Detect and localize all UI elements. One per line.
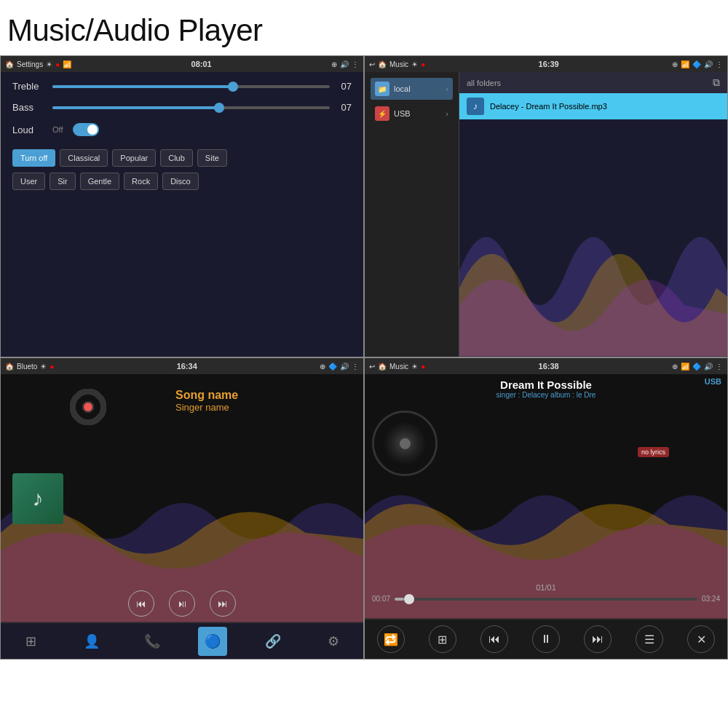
loud-state: Off	[52, 125, 63, 134]
bt-playpause-button[interactable]: ⏯	[169, 590, 195, 617]
nav-person[interactable]: 👤	[77, 627, 106, 656]
bt-album-art: ♪	[12, 473, 63, 524]
np-eq-button[interactable]: ⊞	[429, 625, 456, 653]
loud-toggle[interactable]	[73, 123, 99, 136]
status-app-1: Settings	[17, 60, 43, 68]
home-icon-2: 🏠	[378, 60, 387, 68]
status-app-2: Music	[389, 60, 408, 68]
brightness-icon-4: ☀	[411, 363, 418, 371]
treble-label: Treble	[12, 81, 45, 92]
np-repeat-button[interactable]: 🔁	[377, 625, 405, 653]
preset-turn-off[interactable]: Turn off	[12, 149, 55, 167]
np-next-button[interactable]: ⏭	[584, 625, 612, 653]
vol-icon-3: 🔊	[340, 363, 349, 371]
bass-fill	[52, 106, 219, 109]
np-close-button[interactable]: ✕	[687, 625, 715, 653]
all-folders-bar: all folders ⧉	[459, 72, 727, 93]
progress-thumb[interactable]	[404, 594, 414, 604]
preset-gentle[interactable]: Gentle	[80, 173, 119, 190]
nav-link[interactable]: 🔗	[258, 627, 288, 656]
progress-track[interactable]	[395, 598, 697, 601]
progress-fill	[395, 598, 403, 601]
nav-grid[interactable]: ⊞	[17, 627, 46, 656]
rec-icon-2: ●	[421, 60, 425, 68]
preset-disco[interactable]: Disco	[162, 173, 199, 190]
more-icon-2: ⋮	[716, 60, 723, 68]
file-sidebar: 📁 local › ⚡ USB ›	[365, 72, 459, 357]
bottom-nav: ⊞ 👤 📞 🔵 🔗 ⚙	[1, 622, 363, 659]
screen-bt-player: 🏠 Blueto ☀ ● 16:34 ⊕ 🔷 🔊 ⋮	[0, 357, 364, 660]
np-song-title: Dream It Possible	[372, 379, 720, 391]
status-app-4: Music	[389, 363, 408, 371]
preset-site[interactable]: Site	[197, 149, 227, 167]
wifi-icon: 📶	[63, 60, 71, 68]
nav-phone[interactable]: 📞	[138, 627, 167, 656]
bt-singer-name: Singer name	[175, 402, 238, 413]
bass-value: 07	[337, 102, 352, 113]
np-pause-button[interactable]: ⏸	[532, 625, 560, 653]
preset-row-1: Turn off Classical Popular Club Site	[12, 149, 352, 167]
bass-row: Bass 07	[12, 102, 352, 113]
gps-icon: ⊕	[331, 60, 337, 68]
np-prev-button[interactable]: ⏮	[480, 625, 508, 653]
brightness-icon-2: ☀	[411, 60, 418, 68]
brightness-icon: ☀	[46, 60, 52, 68]
preset-rock[interactable]: Rock	[124, 173, 158, 190]
status-left-1: 🏠 Settings ☀ ● 📶	[5, 60, 71, 68]
wifi-icon-2: 📶	[681, 60, 689, 68]
bass-label: Bass	[12, 102, 45, 113]
usb-icon: ⚡	[375, 106, 389, 121]
np-meta: singer : Delacey album : le Dre	[372, 391, 720, 399]
bt-prev-button[interactable]: ⏮	[128, 590, 154, 617]
np-album-inner	[374, 413, 435, 474]
more-icon: ⋮	[352, 60, 359, 68]
treble-thumb[interactable]	[228, 82, 238, 92]
treble-slider[interactable]	[52, 85, 330, 88]
home-icon: 🏠	[5, 60, 14, 68]
file-main: all folders ⧉ ♪ Delacey - Dream It Possi…	[459, 72, 727, 357]
bass-thumb[interactable]	[214, 103, 224, 113]
all-folders-label: all folders	[467, 79, 501, 87]
preset-sir[interactable]: Sir	[50, 173, 75, 190]
nav-bluetooth[interactable]: 🔵	[198, 627, 227, 656]
status-app-3: Blueto	[17, 363, 37, 371]
treble-fill	[52, 85, 233, 88]
np-controls: 🔁 ⊞ ⏮ ⏸ ⏭ ☰ ✕	[365, 619, 727, 659]
more-icon-3: ⋮	[352, 363, 359, 371]
preset-user[interactable]: User	[12, 173, 45, 190]
song-item-1[interactable]: ♪ Delacey - Dream It Possible.mp3	[459, 93, 727, 119]
singer-name: Delacey	[522, 391, 548, 399]
back-icon-2: ↩	[369, 60, 375, 68]
home-icon-4: 🏠	[378, 363, 387, 371]
copy-icon[interactable]: ⧉	[713, 76, 720, 89]
gps-icon-4: ⊕	[672, 363, 678, 371]
bt-song-info: Song name Singer name	[175, 389, 238, 413]
bt-next-button[interactable]: ⏭	[210, 590, 236, 617]
np-list-button[interactable]: ☰	[636, 625, 663, 653]
status-right-1: ⊕ 🔊 ⋮	[331, 60, 359, 68]
music-note-icon: ♪	[33, 486, 44, 511]
np-counter: 01/01	[372, 583, 720, 592]
eq-content: Treble 07 Bass 07 Loud Off	[1, 72, 363, 205]
treble-value: 07	[337, 81, 352, 92]
file-usb[interactable]: ⚡ USB ›	[371, 103, 453, 124]
status-right-3: ⊕ 🔷 🔊 ⋮	[320, 363, 359, 371]
bt-icon-4: 🔷	[692, 363, 701, 371]
preset-club[interactable]: Club	[160, 149, 193, 167]
bass-slider[interactable]	[52, 106, 330, 109]
nav-settings[interactable]: ⚙	[319, 627, 348, 656]
local-label: local	[394, 84, 411, 93]
status-right-2: ⊕ 📶 🔷 🔊 ⋮	[672, 60, 723, 68]
vol-icon-4: 🔊	[704, 363, 713, 371]
usb-chevron: ›	[446, 109, 448, 118]
status-time-1: 08:01	[191, 60, 212, 68]
screen-filebrowser: ↩ 🏠 Music ☀ ● 16:39 ⊕ 📶 🔷 🔊 ⋮ 📁 local ›	[364, 55, 728, 357]
gps-icon-3: ⊕	[320, 363, 325, 371]
preset-classical[interactable]: Classical	[60, 149, 108, 167]
song-name-1: Delacey - Dream It Possible.mp3	[490, 102, 607, 111]
status-bar-4: ↩ 🏠 Music ☀ ● 16:38 ⊕ 📶 🔷 🔊 ⋮	[365, 358, 727, 374]
file-local[interactable]: 📁 local ›	[371, 78, 453, 100]
no-lyrics-badge: no lyrics	[638, 447, 669, 457]
status-left-3: 🏠 Blueto ☀ ●	[5, 363, 54, 371]
preset-popular[interactable]: Popular	[112, 149, 156, 167]
